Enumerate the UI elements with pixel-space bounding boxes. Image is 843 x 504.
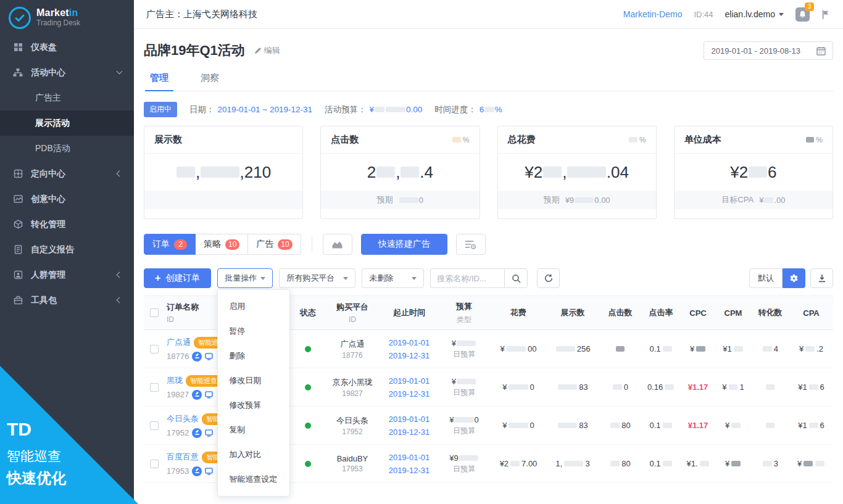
- order-name-link[interactable]: 黑珑: [167, 375, 183, 386]
- level-tab-订单[interactable]: 订单2: [144, 234, 196, 255]
- chart-view-button[interactable]: [323, 234, 352, 255]
- order-name-link[interactable]: 广点通: [167, 337, 191, 348]
- topbar: 广告主：上海弋关网络科技 Marketin-Demo ID:44 elian.l…: [134, 0, 843, 29]
- conversions-cell: [751, 384, 789, 390]
- date-range-picker[interactable]: 2019-01-01 - 2019-08-13: [704, 41, 833, 60]
- order-name-link[interactable]: 百度百意: [167, 452, 199, 463]
- row-checkbox[interactable]: [150, 383, 159, 392]
- gavel-icon[interactable]: [192, 428, 202, 438]
- gavel-icon[interactable]: [192, 390, 202, 400]
- clicks-cell: [599, 346, 641, 352]
- card-trend-badge: %: [452, 136, 469, 144]
- dashboard-icon: [13, 43, 23, 52]
- card-footer: 预期0: [321, 191, 479, 209]
- campaign-budget: ¥0.00: [370, 105, 423, 114]
- bulk-menu-item-修改预算[interactable]: 修改预算: [218, 393, 289, 418]
- tab-insight[interactable]: 洞察: [196, 67, 224, 91]
- bulk-menu-item-复制[interactable]: 复制: [218, 418, 289, 442]
- budget-type: 日预算: [453, 387, 475, 398]
- promo-line-2: 智能巡查: [7, 447, 66, 466]
- sidebar-item-工具包[interactable]: 工具包: [0, 287, 134, 313]
- sidebar-item-创意中心[interactable]: 创意中心: [0, 186, 134, 212]
- sidebar-item-转化管理[interactable]: 转化管理: [0, 212, 134, 237]
- user-menu[interactable]: elian.lv.demo: [725, 9, 784, 19]
- sidebar-item-广告主[interactable]: 广告主: [0, 85, 134, 110]
- conversion-icon: [13, 220, 23, 229]
- sidebar-item-仪表盘[interactable]: 仪表盘: [0, 35, 134, 60]
- cost-cell: ¥0: [491, 382, 546, 392]
- platform-filter[interactable]: 所有购买平台: [279, 268, 355, 288]
- cpa-cell: ¥16: [789, 382, 833, 392]
- campaign-status-row: 启用中 日期： 2019-01-01 ~ 2019-12-31 活动预算： ¥0…: [144, 102, 833, 117]
- search-button[interactable]: [504, 268, 528, 288]
- level-tab-策略[interactable]: 策略10: [196, 234, 248, 255]
- time-progress: 6%: [480, 105, 502, 114]
- view-default-button[interactable]: 默认: [749, 268, 783, 288]
- budget-type: 日预算: [453, 349, 475, 360]
- main-content: 品牌19年Q1活动 编辑 2019-01-01 - 2019-08-13 管理 …: [134, 29, 843, 504]
- bulk-menu-item-删除[interactable]: 删除: [218, 344, 289, 368]
- column-settings-button[interactable]: [783, 268, 805, 288]
- impressions-cell: 83: [546, 421, 599, 430]
- account-link[interactable]: Marketin-Demo: [623, 9, 683, 19]
- tab-manage[interactable]: 管理: [145, 67, 173, 91]
- bulk-menu-item-智能巡查设定[interactable]: 智能巡查设定: [218, 467, 289, 492]
- status-badge: 启用中: [144, 102, 177, 117]
- bulk-actions-dropdown[interactable]: 批量操作: [217, 268, 273, 288]
- order-id: 18776: [167, 352, 189, 361]
- logo[interactable]: Marketin Trading Desk: [0, 0, 134, 35]
- refresh-button[interactable]: [537, 268, 560, 288]
- gavel-icon[interactable]: [192, 466, 202, 476]
- order-id: 19827: [167, 390, 189, 399]
- create-order-button[interactable]: + 创建订单: [144, 268, 211, 288]
- row-checkbox[interactable]: [150, 460, 159, 468]
- status-dot-green: [305, 461, 311, 467]
- list-clock-icon: [465, 240, 476, 249]
- monitor-icon[interactable]: [205, 429, 213, 437]
- bulk-menu-item-加入对比[interactable]: 加入对比: [218, 442, 289, 467]
- sidebar-item-展示活动[interactable]: 展示活动: [0, 110, 134, 136]
- clicks-cell: 0: [599, 382, 641, 392]
- refresh-icon: [544, 274, 553, 283]
- platform-name: 京东小黑珑: [333, 377, 373, 388]
- monitor-icon[interactable]: [205, 353, 213, 360]
- quick-build-button[interactable]: 快速搭建广告: [361, 234, 447, 255]
- campaign-icon: [13, 68, 23, 78]
- conversions-cell: [751, 423, 789, 428]
- sidebar-item-PDB活动[interactable]: PDB活动: [0, 136, 134, 161]
- order-name-link[interactable]: 今日头条: [167, 413, 199, 424]
- bell-icon[interactable]: 3: [795, 7, 810, 22]
- download-button[interactable]: [810, 268, 833, 288]
- flag-icon[interactable]: [821, 10, 831, 19]
- row-checkbox[interactable]: [150, 345, 159, 353]
- sidebar-item-活动中心[interactable]: 活动中心: [0, 60, 134, 85]
- chevron-left-icon: [117, 272, 123, 278]
- sidebar-item-定向中心[interactable]: 定向中心: [0, 161, 134, 186]
- ctr-cell: 0.1: [641, 459, 681, 468]
- sidebar-item-自定义报告[interactable]: 自定义报告: [0, 237, 134, 262]
- smart-patrol-badge: 智能巡查: [186, 375, 222, 387]
- operation-log-button[interactable]: [456, 234, 486, 255]
- monitor-icon[interactable]: [205, 391, 213, 399]
- gavel-icon[interactable]: [192, 352, 202, 361]
- monitor-icon[interactable]: [205, 468, 213, 475]
- platform-name: BaiduBY: [337, 454, 368, 463]
- bulk-menu-item-暂停[interactable]: 暂停: [218, 319, 289, 344]
- bulk-menu-item-修改日期[interactable]: 修改日期: [218, 368, 289, 393]
- cpc-cell: ¥: [681, 344, 715, 353]
- pencil-icon: [254, 47, 262, 54]
- edit-button[interactable]: 编辑: [254, 45, 280, 56]
- platform-name: 今日头条: [336, 415, 368, 426]
- search-input[interactable]: [430, 268, 504, 288]
- brand-name: Marketin: [36, 8, 80, 18]
- row-checkbox[interactable]: [150, 421, 159, 430]
- card-value: ¥2,.04: [498, 154, 656, 191]
- order-id: 17953: [167, 466, 189, 476]
- bulk-menu-item-启用[interactable]: 启用: [218, 294, 289, 319]
- select-all-checkbox[interactable]: [150, 308, 159, 317]
- audience-icon: [13, 270, 23, 280]
- tabs: 管理 洞察: [144, 67, 833, 91]
- level-tab-广告[interactable]: 广告10: [248, 234, 301, 255]
- sidebar-item-人群管理[interactable]: 人群管理: [0, 262, 134, 287]
- deleted-filter[interactable]: 未删除: [362, 268, 424, 288]
